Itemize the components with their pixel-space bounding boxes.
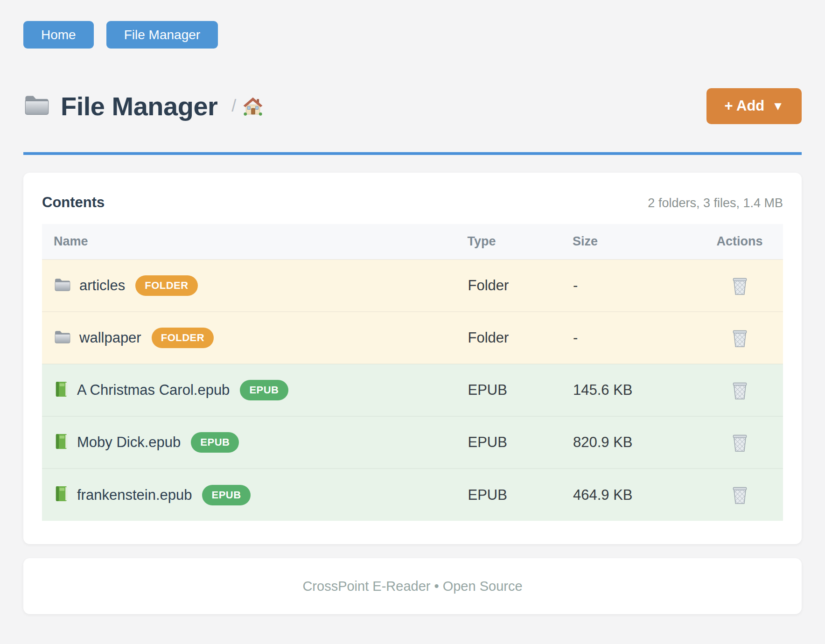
trash-icon <box>732 394 748 401</box>
add-button[interactable]: + Add ▼ <box>706 88 802 124</box>
delete-button[interactable] <box>730 327 750 350</box>
green-book-icon <box>54 485 69 504</box>
contents-card-header: Contents 2 folders, 3 files, 1.4 MB <box>42 194 783 211</box>
contents-summary: 2 folders, 3 files, 1.4 MB <box>648 196 783 210</box>
add-button-label: + Add <box>724 98 764 114</box>
column-header-type: Type <box>468 224 573 259</box>
type-cell: EPUB <box>468 416 573 469</box>
contents-heading: Contents <box>42 194 105 211</box>
size-cell: 820.9 KB <box>573 416 696 469</box>
size-cell: - <box>573 259 696 312</box>
file-name-link[interactable]: frankenstein.epub <box>77 487 192 504</box>
house-icon[interactable] <box>243 96 263 116</box>
delete-button[interactable] <box>730 483 750 506</box>
column-header-name: Name <box>42 224 468 259</box>
file-table: Name Type Size Actions articles FOLDER F… <box>42 224 783 521</box>
delete-button[interactable] <box>730 379 750 402</box>
type-badge: FOLDER <box>152 328 214 348</box>
trash-icon <box>732 499 748 506</box>
page-header: File Manager / + Add ▼ <box>23 88 802 124</box>
delete-button[interactable] <box>730 274 750 297</box>
column-header-size: Size <box>573 224 696 259</box>
nav-button-file-manager[interactable]: File Manager <box>106 21 218 49</box>
green-book-icon <box>54 381 69 400</box>
trash-icon <box>732 290 748 297</box>
file-name-link[interactable]: A Christmas Carol.epub <box>77 382 230 399</box>
table-header-row: Name Type Size Actions <box>42 224 783 259</box>
trash-icon <box>732 447 748 454</box>
top-nav: Home File Manager <box>23 21 802 49</box>
title-divider <box>23 152 802 155</box>
type-cell: EPUB <box>468 469 573 521</box>
table-row: wallpaper FOLDER Folder - <box>42 312 783 364</box>
table-row: Moby Dick.epub EPUB EPUB 820.9 KB <box>42 416 783 469</box>
table-row: A Christmas Carol.epub EPUB EPUB 145.6 K… <box>42 364 783 416</box>
folder-icon <box>23 93 50 119</box>
breadcrumb-separator: / <box>231 96 236 116</box>
size-cell: - <box>573 312 696 364</box>
caret-down-icon: ▼ <box>772 99 784 113</box>
type-cell: Folder <box>468 259 573 312</box>
file-name-link[interactable]: wallpaper <box>79 329 141 346</box>
green-book-icon <box>54 433 69 452</box>
contents-card: Contents 2 folders, 3 files, 1.4 MB Name… <box>23 173 802 544</box>
file-name-link[interactable]: Moby Dick.epub <box>77 434 181 451</box>
type-badge: EPUB <box>191 432 239 453</box>
size-cell: 145.6 KB <box>573 364 696 416</box>
delete-button[interactable] <box>730 431 750 454</box>
nav-button-home[interactable]: Home <box>23 21 94 49</box>
footer-text: CrossPoint E-Reader • Open Source <box>302 579 522 594</box>
trash-icon <box>732 342 748 349</box>
table-row: articles FOLDER Folder - <box>42 259 783 312</box>
page-title: File Manager <box>61 91 217 121</box>
size-cell: 464.9 KB <box>573 469 696 521</box>
folder-icon <box>54 277 71 294</box>
type-cell: EPUB <box>468 364 573 416</box>
type-badge: EPUB <box>240 380 288 400</box>
page: Home File Manager File Manager / + Add ▼… <box>0 0 825 614</box>
footer: CrossPoint E-Reader • Open Source <box>23 558 802 614</box>
type-cell: Folder <box>468 312 573 364</box>
file-name-link[interactable]: articles <box>79 277 125 294</box>
column-header-actions: Actions <box>696 224 783 259</box>
type-badge: EPUB <box>202 485 250 505</box>
type-badge: FOLDER <box>135 275 197 296</box>
folder-icon <box>54 329 71 346</box>
table-row: frankenstein.epub EPUB EPUB 464.9 KB <box>42 469 783 521</box>
